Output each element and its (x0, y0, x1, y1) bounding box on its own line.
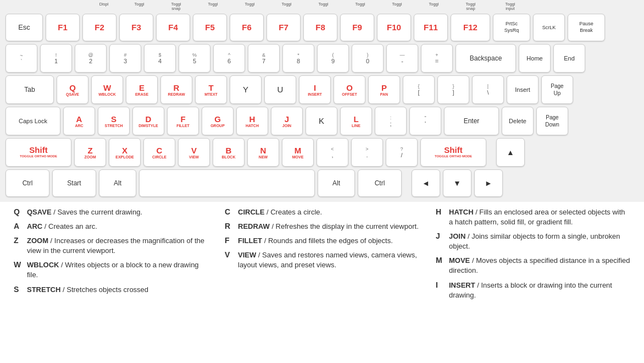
key-x[interactable]: X EXPLODE (109, 138, 141, 167)
key-f8[interactable]: F8 (303, 14, 337, 41)
key-p[interactable]: P PAN (368, 75, 400, 104)
key-pageup[interactable]: PageUp (541, 75, 573, 104)
key-e[interactable]: E ERASE (126, 75, 158, 104)
key-quote[interactable]: " ' (409, 107, 441, 135)
key-f1[interactable]: F1 (46, 14, 80, 41)
key-period[interactable]: > . (351, 138, 383, 167)
key-tab[interactable]: Tab (5, 75, 54, 104)
key-ctrl-right[interactable]: Ctrl (358, 169, 402, 197)
key-o[interactable]: O OFFSET (334, 75, 365, 104)
key-ctrl-left[interactable]: Ctrl (5, 169, 49, 197)
key-f4[interactable]: F4 (156, 14, 190, 41)
key-backtick[interactable]: ~ ` (5, 44, 37, 73)
key-minus[interactable]: — - (386, 44, 418, 73)
key-m[interactable]: M MOVE (282, 138, 314, 167)
key-b[interactable]: B BLOCK (213, 138, 245, 167)
key-f3[interactable]: F3 (119, 14, 153, 41)
key-q[interactable]: Q QSAVE (57, 75, 88, 104)
key-f9[interactable]: F9 (340, 14, 374, 41)
desc-item-f: F FILLET / Rounds and fillets the edges … (225, 236, 419, 246)
key-f12[interactable]: F12 (451, 14, 490, 41)
key-k[interactable]: K (306, 107, 337, 135)
key-prtsc[interactable]: PrtScSysRq (493, 14, 530, 41)
key-3[interactable]: # 3 (109, 44, 141, 73)
descriptions-section: Q QSAVE / Saves the current drawing. A A… (0, 202, 644, 311)
key-l[interactable]: L LINE (340, 107, 372, 135)
key-equals[interactable]: + = (421, 44, 453, 73)
key-f10[interactable]: F10 (377, 14, 411, 41)
key-c[interactable]: C CIRCLE (143, 138, 175, 167)
key-f6[interactable]: F6 (230, 14, 264, 41)
keyboard-row-fn: Esc F1 F2 F3 F4 F5 F6 F7 (5, 14, 639, 41)
key-esc[interactable]: Esc (5, 14, 43, 41)
key-4[interactable]: $ 4 (144, 44, 176, 73)
key-y[interactable]: Y (230, 75, 262, 104)
fn-label-f7: Toggl (305, 2, 342, 12)
desc-item-m: M MOVE / Moves objects a specified dista… (436, 256, 630, 276)
key-shift-left[interactable]: Shift TOGGLE ORTHO MODE (5, 138, 71, 167)
key-alt-left[interactable]: Alt (99, 169, 136, 197)
key-s[interactable]: S STRETCH (98, 107, 130, 135)
key-9[interactable]: ( 9 (317, 44, 349, 73)
key-backspace[interactable]: Backspace (456, 44, 516, 73)
descriptions-col3: H HATCH / Fills an enclosed area or sele… (436, 207, 630, 305)
key-a[interactable]: A ARC (63, 107, 95, 135)
key-5[interactable]: % 5 (179, 44, 210, 73)
key-f2[interactable]: F2 (82, 14, 116, 41)
key-t[interactable]: T MTEXT (195, 75, 227, 104)
key-6[interactable]: ^ 6 (213, 44, 245, 73)
key-j[interactable]: J JOIN (271, 107, 303, 135)
key-pause[interactable]: PauseBreak (568, 14, 605, 41)
key-n[interactable]: N NEW (247, 138, 279, 167)
key-h[interactable]: H HATCH (236, 107, 268, 135)
key-insert[interactable]: Insert (507, 75, 538, 104)
key-start[interactable]: Start (52, 169, 96, 197)
key-arrow-right[interactable]: ► (474, 169, 503, 197)
key-f7[interactable]: F7 (267, 14, 301, 41)
key-2[interactable]: @ 2 (75, 44, 107, 73)
fn-label-f10: Toggl (415, 2, 452, 12)
key-0[interactable]: ) 0 (352, 44, 384, 73)
desc-item-s: S STRETCH / Stretches objects crossed (14, 285, 208, 295)
key-bracket-open[interactable]: { [ (403, 75, 435, 104)
key-arrow-up[interactable]: ▲ (496, 138, 525, 167)
key-f5[interactable]: F5 (193, 14, 227, 41)
key-z[interactable]: Z ZOOM (74, 138, 106, 167)
key-end[interactable]: End (553, 44, 585, 73)
key-arrow-down[interactable]: ▼ (443, 169, 471, 197)
key-f[interactable]: F FILLET (167, 107, 199, 135)
fn-label-f11: Togglsnap (452, 2, 489, 12)
key-v[interactable]: V VIEW (178, 138, 210, 167)
key-u[interactable]: U (264, 75, 296, 104)
fn-label-f1: Displ (87, 2, 121, 12)
key-bracket-close[interactable]: } ] (437, 75, 469, 104)
key-slash[interactable]: ? / (386, 138, 418, 167)
key-scrlk[interactable]: ScrLK (533, 14, 565, 41)
key-1[interactable]: ! 1 (40, 44, 72, 73)
key-arrow-left[interactable]: ◄ (412, 169, 440, 197)
key-alt-right[interactable]: Alt (318, 169, 355, 197)
desc-item-z: Z ZOOM / Increases or decreases the magn… (14, 236, 208, 256)
key-w[interactable]: W WBLOCK (91, 75, 123, 104)
keyboard-row-shift: Shift TOGGLE ORTHO MODE Z ZOOM X EXPLODE… (5, 138, 639, 167)
key-g[interactable]: G GROUP (202, 107, 234, 135)
key-home[interactable]: Home (519, 44, 551, 73)
key-i[interactable]: I INSERT (299, 75, 331, 104)
key-f11[interactable]: F11 (414, 14, 448, 41)
key-backslash[interactable]: | \ (472, 75, 504, 104)
key-delete[interactable]: Delete (502, 107, 534, 135)
key-space[interactable] (139, 169, 315, 197)
key-r[interactable]: R REDRAW (160, 75, 192, 104)
key-7[interactable]: & 7 (248, 44, 280, 73)
key-shift-right[interactable]: Shift TOGGLE ORTHO MODE (420, 138, 486, 167)
desc-item-q: Q QSAVE / Saves the current drawing. (14, 207, 208, 217)
key-d[interactable]: D DIMSTYLE (132, 107, 164, 135)
key-enter[interactable]: Enter (444, 107, 499, 135)
key-8[interactable]: * 8 (282, 44, 314, 73)
key-comma[interactable]: < , (317, 138, 348, 167)
desc-item-i: I INSERT / Inserts a block or drawing in… (436, 280, 630, 300)
key-caps-lock[interactable]: Caps Lock (5, 107, 60, 135)
key-pagedown[interactable]: PageDown (536, 107, 568, 135)
key-semicolon[interactable]: : ; (375, 107, 407, 135)
fn-label-f6: Toggl (268, 2, 305, 12)
